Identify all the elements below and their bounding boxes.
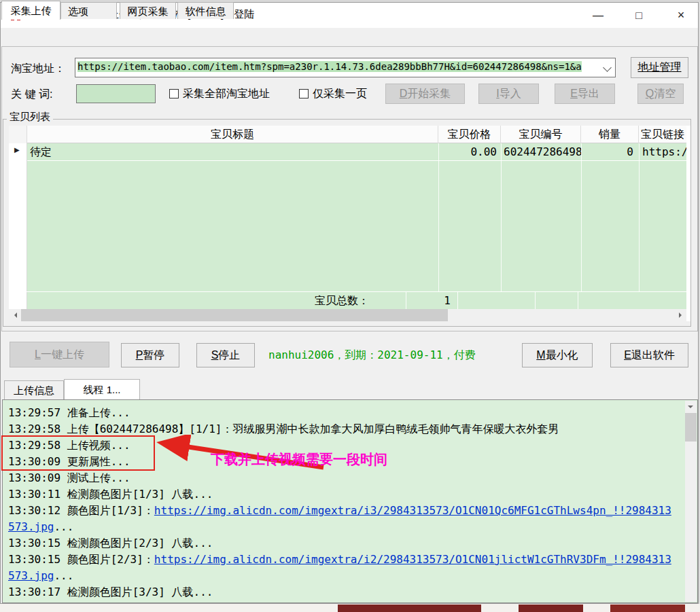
button-label: 清空 — [654, 88, 676, 99]
scroll-left-button[interactable] — [9, 309, 21, 321]
exit-app-button[interactable]: E退出软件 — [610, 343, 688, 367]
close-window-button[interactable]: × — [665, 3, 697, 28]
log-text: 13:30:17 颜色图片[3/3]： — [8, 602, 154, 603]
taobao-url-label: 淘宝地址： — [11, 62, 65, 76]
hotkey-letter: L — [35, 348, 41, 360]
log-line: 13:30:15 颜色图片[2/3]：https://img.alicdn.co… — [8, 552, 678, 584]
log-panel: 13:29:57 准备上传...13:29:58 上传【602447286498… — [2, 399, 698, 603]
annotation-text: 下载并上传视频需要一段时间 — [211, 450, 387, 469]
log-text: 13:30:15 颜色图片[2/3]： — [8, 553, 154, 566]
log-text: 13:30:15 检测颜色图片[2/3] 八载... — [8, 537, 213, 550]
grid-body: ▶ 待定 0.00 602447286498 0 https:// — [9, 143, 686, 291]
tab-label: 线程 1... — [83, 384, 120, 395]
taobao-url-value: https://item.taobao.com/item.htm?spm=a23… — [77, 61, 582, 72]
button-label: 导出 — [578, 88, 599, 99]
grid-footer-indicator — [9, 292, 27, 310]
grid-header-indicator — [9, 126, 27, 143]
tab-web-collect[interactable]: 网页采集 — [120, 2, 176, 19]
button-label: 开始采集 — [407, 88, 451, 99]
grid-header-link[interactable]: 宝贝链接 — [639, 126, 686, 143]
tab-options[interactable]: 选项 — [60, 2, 117, 19]
log-line: 13:30:15 检测颜色图片[2/3] 八载... — [8, 535, 678, 552]
log-text: ... — [54, 569, 73, 582]
collect-all-checkbox[interactable] — [169, 89, 179, 98]
hotkey-letter: Q — [646, 88, 654, 99]
tab-label: 选项 — [68, 5, 88, 17]
log-text: ... — [364, 602, 383, 603]
log-text: 13:29:58 上传【602447286498】[1/1]：羽绒服男潮中长款加… — [8, 422, 559, 435]
grid-header-sales[interactable]: 销量 — [581, 126, 639, 143]
table-row[interactable]: 待定 0.00 602447286498 0 https:// — [27, 143, 686, 161]
product-list-group-title: 宝贝列表 — [7, 111, 53, 124]
export-button[interactable]: E导出 — [555, 84, 615, 104]
horizontal-scrollbar-thumb[interactable] — [21, 309, 448, 321]
button-label: 退出软件 — [631, 349, 675, 361]
maximize-window-button[interactable]: □ — [623, 3, 654, 28]
hotkey-letter: M — [536, 349, 545, 361]
log-link[interactable]: https://img.alicdn.com/imgextra/ — [154, 602, 364, 603]
log-lines: 13:29:57 准备上传...13:29:58 上传【602447286498… — [8, 405, 678, 603]
scroll-right-button[interactable] — [674, 309, 686, 321]
tab-thread-1[interactable]: 线程 1... — [64, 379, 140, 399]
background-fragment — [338, 605, 481, 612]
current-row-marker-icon: ▶ — [14, 146, 20, 154]
tab-label: 软件信息 — [186, 5, 226, 17]
chevron-down-icon[interactable] — [603, 63, 612, 72]
product-grid: 宝贝标题 宝贝价格 宝贝编号 销量 宝贝链接 ▶ 待定 0.00 6024472… — [9, 126, 686, 321]
cell-link: https:// — [642, 143, 686, 161]
grid-total-row: 宝贝总数： 1 — [9, 291, 686, 309]
background-fragment — [519, 605, 583, 612]
keyword-label: 关 键 词: — [11, 88, 52, 102]
total-label: 宝贝总数： — [233, 292, 369, 310]
log-text: ... — [54, 520, 73, 533]
vertical-scrollbar[interactable] — [685, 401, 697, 602]
log-line: 13:30:11 检测颜色图片[1/3] 八载... — [8, 486, 678, 503]
grid-header-price[interactable]: 宝贝价格 — [438, 126, 501, 143]
tab-label: 采集上传 — [11, 5, 52, 16]
scroll-down-button[interactable] — [685, 401, 697, 413]
stop-button[interactable]: S停止 — [196, 343, 255, 367]
address-manage-button[interactable]: 地址管理 — [631, 57, 688, 78]
minimize-icon: — — [593, 10, 603, 21]
one-key-upload-button[interactable]: L一键上传 — [10, 342, 109, 367]
log-line: 13:30:09 测试上传... — [8, 470, 678, 486]
hotkey-letter: E — [624, 349, 631, 361]
clear-button[interactable]: Q清空 — [637, 84, 684, 104]
pause-button[interactable]: P暂停 — [121, 343, 179, 367]
maximize-icon: □ — [635, 10, 642, 21]
horizontal-scrollbar[interactable] — [9, 309, 686, 321]
background-fragment — [610, 605, 685, 612]
minimize-app-button[interactable]: M最小化 — [522, 343, 593, 367]
log-line: 13:30:12 颜色图片[1/3]：https://img.alicdn.co… — [8, 503, 678, 535]
tab-software-info[interactable]: 软件信息 — [177, 2, 234, 19]
log-line: 13:30:17 检测颜色图片[3/3] 八载... — [8, 584, 678, 600]
cell-sales: 0 — [581, 143, 639, 161]
taobao-url-combobox[interactable]: https://item.taobao.com/item.htm?spm=a23… — [75, 58, 616, 77]
button-label: 暂停 — [143, 349, 164, 361]
button-label: 停止 — [218, 349, 240, 361]
highlighted-url-text: https://item.taobao.com/item.htm?spm=a23… — [77, 61, 582, 72]
log-text: 13:30:17 检测颜色图片[3/3] 八载... — [8, 586, 213, 598]
annotation-highlight-box — [1, 435, 155, 471]
tab-upload-info[interactable]: 上传信息 — [4, 380, 64, 399]
grid-header-title[interactable]: 宝贝标题 — [27, 126, 438, 143]
keyword-input[interactable] — [76, 84, 156, 103]
log-text: 13:29:57 准备上传... — [8, 406, 130, 419]
one-page-checkbox-label: 仅采集一页 — [313, 87, 367, 101]
log-line: 13:30:17 颜色图片[3/3]：https://img.alicdn.co… — [8, 600, 678, 603]
background-page-bottom-strip — [0, 604, 700, 612]
cell-title: 待定 — [30, 143, 436, 161]
tab-collect-upload[interactable]: 采集上传 — [1, 1, 60, 20]
minimize-window-button[interactable]: — — [582, 3, 614, 28]
close-icon: × — [678, 8, 685, 22]
button-label: 最小化 — [546, 349, 578, 361]
vertical-scrollbar-thumb[interactable] — [685, 413, 697, 442]
one-page-checkbox[interactable] — [299, 89, 309, 98]
grid-header-item-id[interactable]: 宝贝编号 — [501, 126, 581, 143]
hotkey-letter: S — [211, 349, 219, 361]
hotkey-letter: E — [570, 88, 578, 99]
import-button[interactable]: I导入 — [478, 84, 539, 104]
tab-label: 网页采集 — [128, 5, 169, 17]
cell-item-id: 602447286498 — [504, 143, 581, 161]
start-collect-button[interactable]: D开始采集 — [385, 84, 465, 104]
